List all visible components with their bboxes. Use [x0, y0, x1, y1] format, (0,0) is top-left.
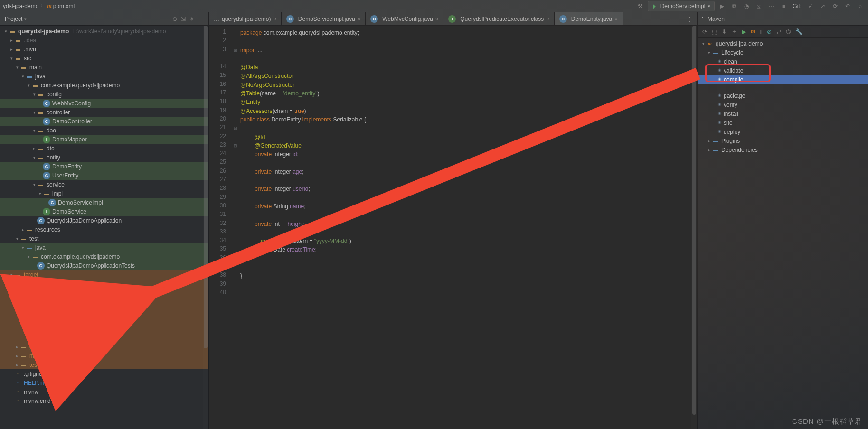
attach-icon[interactable]: ⋯ [766, 1, 776, 11]
tab-webmvcconfig[interactable]: CWebMvcConfig.java× [366, 12, 443, 25]
coverage-icon[interactable]: ◔ [741, 1, 752, 11]
gear-icon[interactable]: ✴ [189, 16, 194, 22]
tab-demoserviceimpl[interactable]: CDemoServiceImpl.java× [282, 12, 366, 25]
maven-icon: m [47, 2, 51, 9]
offline-icon[interactable]: ⇄ [776, 28, 781, 35]
stop-icon[interactable]: ■ [778, 1, 789, 11]
code-content[interactable]: package com.example.querydsljpademo.enti… [239, 26, 697, 429]
breadcrumb-file[interactable]: pom.xml [53, 3, 75, 9]
close-icon[interactable]: × [273, 16, 276, 22]
tree-scrollbar[interactable] [203, 26, 208, 429]
breadcrumb-project[interactable]: ydsl-jpa-demo [3, 3, 38, 9]
maven-tool-header[interactable]: ⋮ Maven [697, 12, 868, 25]
download-icon[interactable]: ⬇ [722, 28, 726, 35]
close-icon[interactable]: × [614, 16, 617, 22]
tool-window-bar: Project ▾ ⊙ ⇲ ✴ — …querydsl-jpa-demo)× C… [0, 12, 868, 26]
maven-toolbar: ⟳ ⬚ ⬇ ＋ ▶ m ⫴ ⊘ ⇄ ⌬ 🔧 [698, 26, 868, 38]
hide-icon[interactable]: — [198, 16, 204, 22]
search-icon[interactable]: ⌕ [855, 1, 865, 11]
git-update-icon[interactable]: ✓ [805, 1, 816, 11]
project-label: Project [5, 16, 22, 22]
build-icon[interactable]: ⚒ [635, 1, 646, 11]
class-icon: C [43, 100, 50, 107]
add-icon[interactable]: ＋ [731, 28, 737, 36]
generate-icon[interactable]: ⬚ [712, 28, 717, 35]
top-menubar: ydsl-jpa-demo 〉 m pom.xml ⚒ ⏵ DemoServic… [0, 0, 868, 12]
fold-gutter[interactable]: ⊞⊟⊟ [232, 26, 239, 429]
run-maven-icon[interactable]: ▶ [742, 28, 746, 35]
tab-querydslpredicate[interactable]: IQuerydslPredicateExecutor.class× [443, 12, 555, 25]
chevron-down-icon[interactable]: ▾ [24, 17, 27, 21]
skip-tests-icon[interactable]: ⊘ [767, 28, 772, 35]
maven-tree[interactable]: ▾mquerydsl-jpa-demo ▾▬Lifecycle ✴clean ✴… [698, 38, 868, 155]
history-icon[interactable]: ⟳ [830, 1, 840, 11]
run-config-selector[interactable]: ⏵ DemoServiceImpl ▾ [648, 1, 715, 11]
select-opened-icon[interactable]: ⊙ [172, 16, 177, 22]
refresh-icon[interactable]: ⟳ [702, 28, 707, 35]
chevron-down-icon[interactable]: ⋮ [700, 17, 705, 21]
line-gutter: 1231415161718192021222324252627282930313… [209, 26, 232, 429]
close-icon[interactable]: × [435, 16, 438, 22]
close-icon[interactable]: × [358, 16, 360, 22]
project-tool-header[interactable]: Project ▾ ⊙ ⇲ ✴ — [0, 12, 209, 25]
project-tree[interactable]: ▾▬querydsl-jpa-demo E:\work\test\study\q… [0, 26, 209, 429]
maven-panel: ⟳ ⬚ ⬇ ＋ ▶ m ⫴ ⊘ ⇄ ⌬ 🔧 ▾mquerydsl-jpa-dem… [697, 26, 868, 429]
breadcrumb-sep: 〉 [40, 2, 46, 10]
expand-all-icon[interactable]: ⇲ [181, 16, 186, 22]
wrench-icon[interactable]: 🔧 [795, 28, 802, 35]
maven-m-icon[interactable]: m [751, 28, 755, 35]
editor-scrollbar[interactable] [691, 26, 697, 429]
run-config-icon: ⏵ [652, 3, 658, 9]
editor-tabs: …querydsl-jpa-demo)× CDemoServiceImpl.ja… [209, 12, 697, 25]
close-icon[interactable]: × [546, 16, 549, 22]
git-push-icon[interactable]: ↗ [818, 1, 828, 11]
watermark: CSDN @一根稻草君 [792, 417, 862, 426]
annotation-highlight [705, 64, 771, 82]
run-icon[interactable]: ▶ [717, 1, 727, 11]
show-deps-icon[interactable]: ⌬ [786, 28, 791, 35]
interface-icon: I [43, 136, 50, 143]
profile-icon[interactable]: ⧖ [754, 1, 764, 11]
rollback-icon[interactable]: ↶ [842, 1, 853, 11]
tab-querydsl[interactable]: …querydsl-jpa-demo)× [209, 12, 282, 25]
toggle-icon[interactable]: ⫴ [760, 28, 762, 35]
debug-icon[interactable]: ⧉ [729, 1, 739, 11]
code-editor[interactable]: 1231415161718192021222324252627282930313… [209, 26, 697, 429]
git-label: Git: [793, 3, 802, 9]
tab-demoentity[interactable]: CDemoEntity.java× [555, 12, 623, 25]
file-icon: ▫ [14, 370, 22, 378]
chevron-down-icon: ▾ [708, 4, 710, 9]
tabs-more-icon[interactable]: ⋮ [682, 12, 697, 25]
run-config-name: DemoServiceImpl [660, 3, 706, 9]
maven-title: Maven [708, 16, 725, 22]
